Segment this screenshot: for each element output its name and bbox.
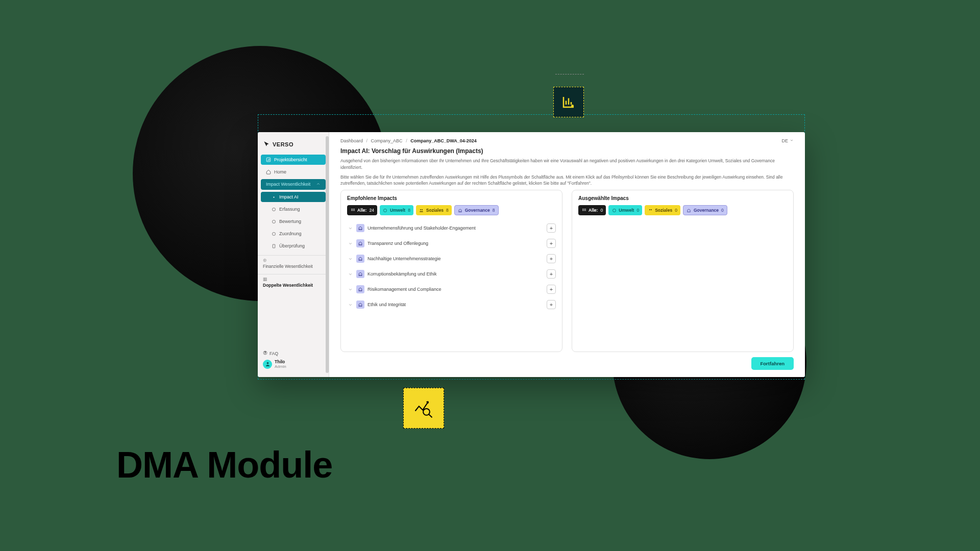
topbar: Dashboard / Company_ABC / Company_ABC_DW… bbox=[340, 138, 794, 143]
expand-button[interactable] bbox=[347, 271, 353, 277]
svg-rect-19 bbox=[583, 209, 584, 210]
sidebar-item-label: Bewertung bbox=[279, 219, 301, 224]
sidebar-section-doppelte[interactable]: ▦ Doppelte Wesentlichkeit bbox=[258, 274, 329, 290]
help-icon: ? bbox=[263, 350, 267, 356]
sidebar-item-label: Impact Wesentlichkeit bbox=[266, 182, 310, 187]
sidebar-group-impact-wesentlichkeit[interactable]: Impact Wesentlichkeit bbox=[261, 179, 326, 190]
filter-chip-governance[interactable]: Governance 8 bbox=[454, 205, 499, 215]
impact-label: Korruptionsbekämpfung und Ethik bbox=[368, 271, 544, 277]
chip-count: 8 bbox=[408, 208, 410, 213]
svg-rect-18 bbox=[582, 209, 583, 210]
add-button[interactable]: + bbox=[547, 285, 556, 294]
logo: VERSO bbox=[258, 136, 329, 154]
user-meta: Thilo Admin bbox=[275, 359, 286, 369]
sidebar-section-finanzielle[interactable]: ⊛ Finanzielle Wesentlichkeit bbox=[258, 255, 329, 271]
chip-label: Governance bbox=[465, 208, 490, 213]
svg-point-25 bbox=[649, 209, 650, 210]
expand-button[interactable] bbox=[347, 256, 353, 262]
sidebar-item-faq[interactable]: ? FAQ bbox=[258, 349, 329, 357]
add-button[interactable]: + bbox=[547, 254, 556, 263]
svg-rect-12 bbox=[351, 210, 352, 211]
svg-rect-20 bbox=[585, 209, 586, 210]
sidebar-item-erfassung[interactable]: Erfassung bbox=[261, 204, 326, 214]
svg-point-16 bbox=[420, 209, 421, 210]
sidebar-item-home[interactable]: Home bbox=[261, 167, 326, 177]
svg-rect-10 bbox=[352, 209, 353, 210]
section-label: Finanzielle Wesentlichkeit bbox=[263, 264, 324, 269]
filter-chip-all[interactable]: Alle: 24 bbox=[347, 205, 377, 215]
sidebar-item-zuordnung[interactable]: Zuordnung bbox=[261, 229, 326, 239]
user-role: Admin bbox=[275, 364, 286, 369]
page-description-1: Ausgehend von den bisherigen Information… bbox=[340, 158, 794, 171]
chip-label: Governance bbox=[694, 208, 719, 213]
svg-point-3 bbox=[272, 220, 275, 223]
sidebar: VERSO Projektübersicht Home Impact Wesen… bbox=[258, 132, 329, 377]
svg-rect-13 bbox=[352, 210, 353, 211]
svg-text:?: ? bbox=[264, 352, 266, 354]
svg-point-24 bbox=[612, 209, 616, 212]
filter-chip-soziales[interactable]: Soziales 8 bbox=[416, 205, 452, 215]
sidebar-scrollbar[interactable] bbox=[326, 136, 329, 373]
breadcrumb-sep: / bbox=[406, 138, 407, 143]
expand-button[interactable] bbox=[347, 240, 353, 246]
sidebar-item-impact-ai[interactable]: Impact AI bbox=[261, 192, 326, 202]
user-block[interactable]: Thilo Admin bbox=[258, 357, 329, 373]
impact-row: Risikomanagement und Compliance+ bbox=[347, 282, 556, 297]
decor-guide bbox=[555, 74, 584, 84]
filter-chip-all[interactable]: Alle: 0 bbox=[578, 205, 606, 215]
sidebar-item-uberprufung[interactable]: Überprüfung bbox=[261, 241, 326, 251]
marketing-title: DMA Module bbox=[116, 444, 332, 486]
svg-point-8 bbox=[266, 362, 268, 364]
add-button[interactable]: + bbox=[547, 269, 556, 279]
expand-button[interactable] bbox=[347, 286, 353, 292]
governance-category-icon bbox=[356, 270, 364, 278]
breadcrumb-item[interactable]: Company_ABC bbox=[371, 138, 403, 143]
add-button[interactable]: + bbox=[547, 239, 556, 248]
chip-count: 8 bbox=[446, 208, 449, 213]
svg-rect-22 bbox=[583, 210, 584, 211]
panels-row: Empfohlene Impacts Alle: 24 Umwelt 8 bbox=[340, 190, 794, 352]
filter-row: Alle: 0 Umwelt 0 Soziales 0 bbox=[578, 205, 787, 215]
main-content: Dashboard / Company_ABC / Company_ABC_DW… bbox=[329, 132, 805, 377]
breadcrumb-item[interactable]: Dashboard bbox=[340, 138, 363, 143]
chip-label: Umwelt bbox=[390, 208, 405, 213]
sidebar-item-bewertung[interactable]: Bewertung bbox=[261, 216, 326, 227]
app-window: VERSO Projektübersicht Home Impact Wesen… bbox=[258, 132, 805, 377]
chip-label: Soziales bbox=[426, 208, 444, 213]
sidebar-item-label: Überprüfung bbox=[279, 243, 305, 248]
decor-bar-chart-badge bbox=[553, 87, 584, 117]
logo-text: VERSO bbox=[273, 141, 293, 147]
filter-chip-governance[interactable]: Governance 0 bbox=[683, 205, 727, 215]
filter-chip-umwelt[interactable]: Umwelt 8 bbox=[380, 205, 413, 215]
svg-rect-21 bbox=[582, 210, 583, 211]
sidebar-item-projektubersicht[interactable]: Projektübersicht bbox=[261, 155, 326, 165]
svg-point-4 bbox=[272, 232, 275, 235]
add-button[interactable]: + bbox=[547, 300, 556, 309]
expand-button[interactable] bbox=[347, 225, 353, 231]
add-button[interactable]: + bbox=[547, 223, 556, 233]
chip-count: 0 bbox=[675, 208, 677, 213]
page-description-2: Bitte wählen Sie die für Ihr Unternehmen… bbox=[340, 174, 794, 187]
panel-title: Empfohlene Impacts bbox=[347, 195, 556, 201]
building-icon bbox=[687, 208, 692, 213]
governance-category-icon bbox=[356, 300, 364, 309]
impact-label: Risikomanagement und Compliance bbox=[368, 287, 544, 292]
svg-point-27 bbox=[572, 105, 573, 107]
language-selector[interactable]: DE bbox=[781, 138, 794, 143]
impact-label: Nachhaltige Unternehmensstrategie bbox=[368, 256, 544, 261]
governance-category-icon bbox=[356, 285, 364, 293]
continue-button[interactable]: Fortfahren bbox=[751, 357, 794, 370]
filter-chip-soziales[interactable]: Soziales 0 bbox=[645, 205, 680, 215]
svg-rect-23 bbox=[585, 210, 586, 211]
panel-selected: Ausgewählte Impacs Alle: 0 Umwelt 0 S bbox=[572, 190, 794, 352]
circle-icon bbox=[271, 207, 276, 212]
page-title: Impact AI: Vorschlag für Auswirkungen (I… bbox=[340, 147, 794, 155]
impact-label: Unternehmensführung und Stakeholder-Enga… bbox=[368, 226, 544, 231]
impact-label: Transparenz und Offenlegung bbox=[368, 241, 544, 246]
grid-icon bbox=[350, 208, 355, 213]
svg-rect-11 bbox=[354, 209, 355, 210]
home-icon bbox=[266, 169, 271, 174]
chart-icon bbox=[266, 157, 271, 162]
expand-button[interactable] bbox=[347, 302, 353, 308]
filter-chip-umwelt[interactable]: Umwelt 0 bbox=[608, 205, 642, 215]
